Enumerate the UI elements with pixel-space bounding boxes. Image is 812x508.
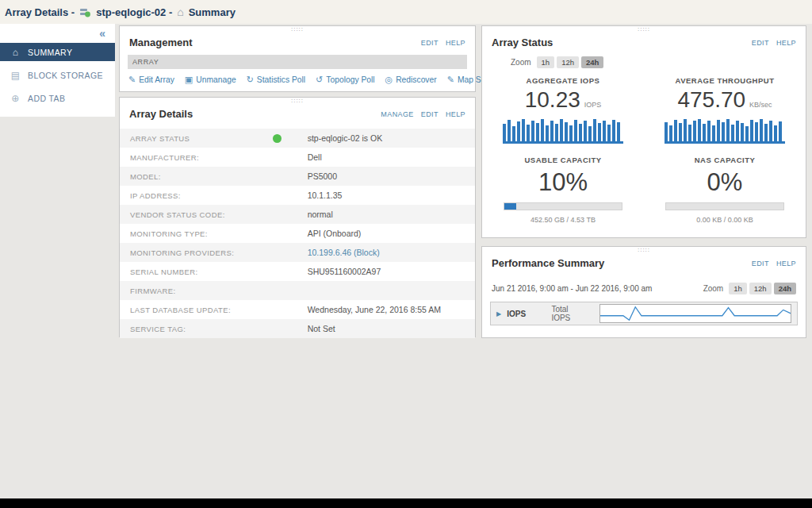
detail-value[interactable]: 10.199.6.46 (Block) (308, 248, 380, 257)
status-up-icon (273, 134, 282, 143)
bar (760, 119, 763, 141)
sidebar-item[interactable]: ⊕ ADD TAB (0, 89, 115, 107)
management-actions: ✎ Edit Array ▣ Unmanage ↻ Statistics Pol… (120, 69, 475, 90)
zoom-buttons: 1h 12h 24h (729, 283, 796, 294)
capacity-fill (504, 203, 516, 210)
detail-value: Wednesday, June 22, 2016 8:55 AM (308, 305, 441, 314)
topology-poll-icon: ↺ (316, 75, 323, 85)
bar (726, 119, 730, 141)
bar (769, 121, 772, 141)
bar (679, 123, 682, 141)
zoom-option-button[interactable]: 24h (581, 56, 603, 68)
metric-value: 10.23 (525, 87, 580, 113)
management-action[interactable]: ◎ Rediscover (385, 75, 437, 85)
capacity-progress-bar (504, 202, 622, 210)
expander-icon[interactable]: ▶ (496, 310, 501, 318)
detail-row: MANUFACTURER: Dell (120, 148, 475, 167)
breadcrumb-device[interactable]: stp-eqlogic-02 - (96, 6, 172, 18)
average-throughput-metric: AVERAGE THROUGHPUT 475.70 KB/sec (644, 76, 806, 144)
detail-label: IP ADDRESS: (130, 191, 278, 200)
bar (617, 122, 620, 141)
bar (722, 122, 725, 141)
bar (741, 123, 744, 141)
bar (731, 125, 734, 141)
detail-label: MODEL: (130, 172, 278, 181)
edit-link[interactable]: EDIT (421, 110, 439, 118)
bar (764, 124, 768, 141)
detail-value: API (Onboard) (308, 229, 362, 238)
nas-capacity: NAS CAPACITY 0% 0.00 KB / 0.00 KB (644, 156, 806, 224)
help-link[interactable]: HELP (776, 39, 796, 47)
bar (684, 119, 687, 141)
bar (717, 120, 720, 141)
management-action[interactable]: ✎ Edit Array (128, 75, 174, 85)
bar (569, 125, 573, 141)
sidebar-item-label: BLOCK STORAGE (28, 71, 103, 80)
sidebar-item-label: ADD TAB (28, 94, 65, 103)
zoom-option-button[interactable]: 12h (749, 283, 772, 294)
zoom-option-button[interactable]: 1h (729, 283, 747, 294)
sidebar-collapse-icon[interactable]: « (0, 24, 115, 41)
add-icon: ⊕ (10, 93, 21, 104)
management-panel: Management EDIT HELP ARRAY ✎ Edit Array … (119, 25, 476, 92)
metric-name: AGGREGATE IOPS (482, 76, 644, 85)
sidebar-item[interactable]: ⌂ SUMMARY (0, 43, 115, 61)
manage-link[interactable]: MANAGE (381, 110, 413, 118)
bar (536, 123, 539, 141)
zoom-option-button[interactable]: 1h (537, 56, 555, 68)
bar (703, 124, 706, 141)
bar (779, 121, 782, 141)
help-link[interactable]: HELP (446, 39, 465, 47)
detail-label: FIRMWARE: (130, 287, 278, 295)
bar (550, 121, 553, 141)
detail-label: SERVICE TAG: (130, 325, 278, 333)
management-action[interactable]: ↺ Topology Poll (316, 75, 374, 85)
metric-value: 475.70 (677, 87, 745, 113)
bar (579, 124, 582, 141)
bar (774, 125, 777, 141)
pencil-icon: ✎ (128, 75, 136, 85)
sidebar-items: ⌂ SUMMARY ▤ BLOCK STORAGE ⊕ ADD TAB (0, 43, 115, 107)
edit-link[interactable]: EDIT (421, 39, 439, 47)
detail-row: MONITORING TYPE: API (Onboard) (120, 224, 475, 243)
bar (736, 121, 739, 141)
bar (593, 119, 596, 141)
zoom-option-button[interactable]: 12h (557, 56, 579, 68)
drag-handle-icon[interactable] (291, 26, 304, 33)
usable-capacity: USABLE CAPACITY 10% 452.50 GB / 4.53 TB (482, 156, 644, 224)
bar (688, 125, 691, 141)
management-action[interactable]: ▣ Unmanage (185, 75, 236, 85)
help-link[interactable]: HELP (776, 260, 796, 267)
breadcrumb-page: Summary (189, 6, 236, 18)
drag-handle-icon[interactable] (638, 247, 650, 253)
bar (612, 120, 615, 141)
bar (665, 122, 668, 141)
metric-name: AVERAGE THROUGHPUT (644, 76, 806, 85)
sidebar-item[interactable]: ▤ BLOCK STORAGE (0, 66, 115, 84)
management-title: Management (129, 37, 192, 48)
capacity-detail: 0.00 KB / 0.00 KB (644, 216, 806, 224)
detail-value: Dell (308, 152, 322, 162)
management-action[interactable]: ↻ Statistics Poll (247, 75, 305, 85)
edit-link[interactable]: EDIT (752, 260, 769, 267)
unmanage-icon: ▣ (185, 75, 193, 85)
array-details-title: Array Details (129, 108, 193, 120)
bottom-bar (0, 498, 812, 508)
detail-row: ARRAY STATUS stp-eqlogic-02 is OK (120, 129, 475, 148)
capacity-percent: 10% (482, 168, 644, 197)
capacity-name: NAS CAPACITY (644, 156, 806, 164)
help-link[interactable]: HELP (446, 110, 465, 118)
capacity-detail: 452.50 GB / 4.53 TB (482, 216, 644, 224)
bar (750, 120, 753, 141)
zoom-option-button[interactable]: 24h (774, 283, 796, 294)
metric-unit: KB/sec (749, 101, 772, 109)
capacity-percent: 0% (644, 168, 806, 197)
drag-handle-icon[interactable] (291, 98, 304, 104)
capacity-name: USABLE CAPACITY (482, 156, 644, 164)
drag-handle-icon[interactable] (638, 26, 650, 33)
detail-label: LAST DATABASE UPDATE: (130, 306, 278, 314)
edit-link[interactable]: EDIT (752, 39, 769, 47)
detail-row: SERVICE TAG: Not Set (120, 319, 475, 338)
bar (712, 125, 715, 141)
detail-value: SHU951160002A97 (308, 267, 381, 276)
